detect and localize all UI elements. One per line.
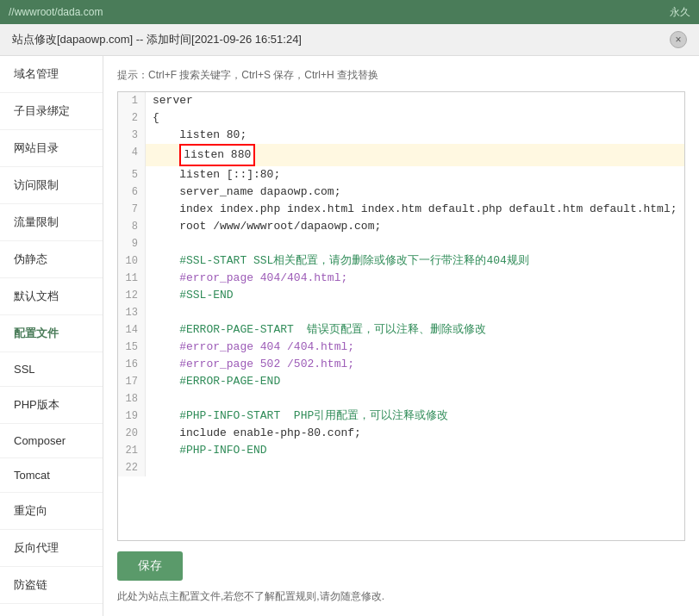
line-number: 4 [118, 144, 146, 166]
line-number: 15 [118, 339, 146, 356]
line-content: #SSL-END [146, 287, 234, 304]
code-line-9: 9 [118, 235, 684, 252]
line-number: 18 [118, 390, 146, 408]
line-number: 3 [118, 127, 146, 144]
code-line-17: 17 #ERROR-PAGE-END [118, 373, 684, 390]
code-line-10: 10 #SSL-START SSL相关配置，请勿删除或修改下一行带注释的404规… [118, 252, 684, 270]
line-content: #PHP-INFO-END [146, 442, 267, 459]
line-number: 17 [118, 373, 146, 390]
save-button[interactable]: 保存 [117, 551, 183, 581]
line-number: 11 [118, 270, 146, 287]
line-number: 5 [118, 166, 146, 184]
line-content: server [146, 92, 193, 109]
line-content: #error_page 404 /404.html; [146, 339, 354, 356]
line-number: 21 [118, 442, 146, 459]
sidebar-item-domain[interactable]: 域名管理 [0, 56, 103, 93]
line-content: root /www/wwwroot/dapaowp.com; [146, 218, 381, 235]
footer-note: 此处为站点主配置文件,若您不了解配置规则,请勿随意修改. [117, 589, 685, 604]
code-line-14: 14 #ERROR-PAGE-START 错误页配置，可以注释、删除或修改 [118, 321, 684, 339]
sidebar-item-composer[interactable]: Composer [0, 424, 103, 458]
main-content: 提示：Ctrl+F 搜索关键字，Ctrl+S 保存，Ctrl+H 查找替换 1s… [103, 56, 699, 616]
content-area: 域名管理子目录绑定网站目录访问限制流量限制伪静态默认文档配置文件SSLPHP版本… [0, 56, 699, 616]
code-line-18: 18 [118, 390, 684, 408]
sidebar-item-log[interactable]: 网站日志 [0, 604, 103, 616]
close-button[interactable]: × [670, 31, 687, 48]
code-line-11: 11 #error_page 404/404.html; [118, 270, 684, 287]
line-content [146, 235, 153, 252]
code-line-2: 2{ [118, 109, 684, 127]
browser-badge: 永久 [670, 5, 690, 20]
window-title-bar: 站点修改[dapaowp.com] -- 添加时间[2021-09-26 16:… [0, 24, 699, 56]
browser-bar: //wwwroot/dada.com 永久 [0, 0, 699, 24]
sidebar-item-tomcat[interactable]: Tomcat [0, 458, 103, 493]
line-content: #ERROR-PAGE-END [146, 373, 280, 390]
line-content: index index.php index.html index.htm def… [146, 201, 677, 218]
code-line-6: 6 server_name dapaowp.com; [118, 184, 684, 201]
line-number: 7 [118, 201, 146, 218]
line-content [146, 390, 153, 408]
line-content: include enable-php-80.conf; [146, 425, 361, 442]
line-content: server_name dapaowp.com; [146, 184, 340, 201]
code-editor[interactable]: 1server2{3 listen 80;4 listen 8805 liste… [118, 92, 684, 540]
code-line-12: 12 #SSL-END [118, 287, 684, 304]
code-line-5: 5 listen [::]:80; [118, 166, 684, 184]
line-content [146, 459, 153, 476]
line-number: 6 [118, 184, 146, 201]
code-line-13: 13 [118, 304, 684, 321]
sidebar: 域名管理子目录绑定网站目录访问限制流量限制伪静态默认文档配置文件SSLPHP版本… [0, 56, 103, 616]
line-number: 10 [118, 252, 146, 270]
code-line-21: 21 #PHP-INFO-END [118, 442, 684, 459]
sidebar-item-reverse[interactable]: 反向代理 [0, 530, 103, 567]
sidebar-item-traffic[interactable]: 流量限制 [0, 204, 103, 241]
line-number: 1 [118, 92, 146, 109]
sidebar-item-config[interactable]: 配置文件 [0, 315, 103, 352]
code-line-3: 3 listen 80; [118, 127, 684, 144]
sidebar-item-php[interactable]: PHP版本 [0, 387, 103, 424]
line-content: listen 880 [146, 144, 255, 166]
code-line-1: 1server [118, 92, 684, 109]
sidebar-item-ssl[interactable]: SSL [0, 352, 103, 387]
sidebar-item-default[interactable]: 默认文档 [0, 278, 103, 315]
line-content: listen [::]:80; [146, 166, 280, 184]
code-line-16: 16 #error_page 502 /502.html; [118, 356, 684, 373]
line-content: #SSL-START SSL相关配置，请勿删除或修改下一行带注释的404规则 [146, 252, 529, 270]
line-number: 16 [118, 356, 146, 373]
sidebar-item-pseudostatic[interactable]: 伪静态 [0, 241, 103, 278]
line-number: 9 [118, 235, 146, 252]
sidebar-item-hotlink[interactable]: 防盗链 [0, 567, 103, 604]
line-number: 12 [118, 287, 146, 304]
sidebar-item-webdir[interactable]: 网站目录 [0, 130, 103, 167]
line-number: 19 [118, 408, 146, 425]
sidebar-item-subdir[interactable]: 子目录绑定 [0, 93, 103, 130]
line-content: { [146, 109, 159, 127]
code-line-20: 20 include enable-php-80.conf; [118, 425, 684, 442]
line-number: 2 [118, 109, 146, 127]
line-content: #PHP-INFO-START PHP引用配置，可以注释或修改 [146, 408, 448, 425]
hint-bar: 提示：Ctrl+F 搜索关键字，Ctrl+S 保存，Ctrl+H 查找替换 [117, 68, 685, 83]
code-line-19: 19 #PHP-INFO-START PHP引用配置，可以注释或修改 [118, 408, 684, 425]
line-number: 20 [118, 425, 146, 442]
code-editor-container: 1server2{3 listen 80;4 listen 8805 liste… [117, 91, 685, 541]
sidebar-item-redirect[interactable]: 重定向 [0, 493, 103, 530]
line-content: #error_page 502 /502.html; [146, 356, 354, 373]
line-number: 22 [118, 459, 146, 476]
sidebar-item-access[interactable]: 访问限制 [0, 167, 103, 204]
code-line-8: 8 root /www/wwwroot/dapaowp.com; [118, 218, 684, 235]
line-content: #ERROR-PAGE-START 错误页配置，可以注释、删除或修改 [146, 321, 486, 339]
line-number: 13 [118, 304, 146, 321]
code-line-4: 4 listen 880 [118, 144, 684, 166]
code-line-7: 7 index index.php index.html index.htm d… [118, 201, 684, 218]
main-window: 站点修改[dapaowp.com] -- 添加时间[2021-09-26 16:… [0, 24, 699, 616]
code-line-15: 15 #error_page 404 /404.html; [118, 339, 684, 356]
line-content: listen 80; [146, 127, 247, 144]
line-number: 8 [118, 218, 146, 235]
code-line-22: 22 [118, 459, 684, 476]
browser-url: //wwwroot/dada.com [9, 6, 103, 18]
line-content [146, 304, 153, 321]
window-title: 站点修改[dapaowp.com] -- 添加时间[2021-09-26 16:… [12, 32, 302, 47]
line-number: 14 [118, 321, 146, 339]
line-content: #error_page 404/404.html; [146, 270, 347, 287]
save-btn-row: 保存 [117, 551, 685, 581]
